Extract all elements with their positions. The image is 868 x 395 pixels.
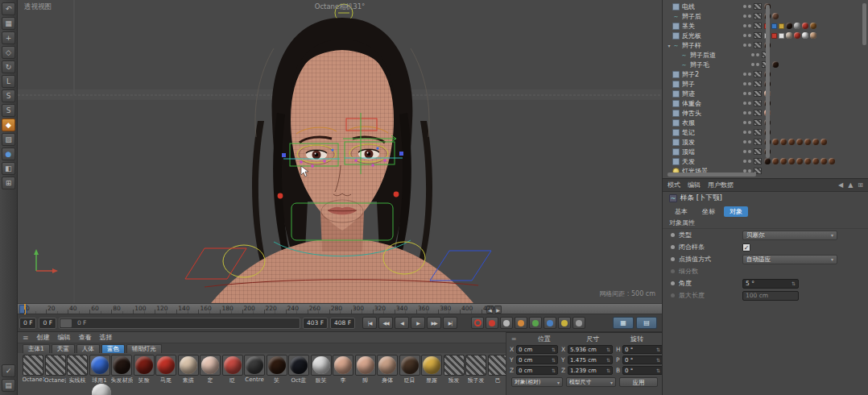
render-visibility-dot[interactable] bbox=[748, 92, 751, 95]
key-pla-toggle[interactable] bbox=[572, 317, 585, 329]
render-visibility-dot[interactable] bbox=[748, 15, 751, 18]
editor-visibility-dot[interactable] bbox=[743, 160, 746, 163]
render-view-button[interactable]: ▤ bbox=[636, 317, 657, 329]
frame-step-field[interactable]: 0 F bbox=[39, 318, 56, 329]
expand-icon[interactable]: ▾ bbox=[666, 43, 672, 48]
coord-value-box[interactable]: 1.239 cm⇅ bbox=[568, 366, 613, 375]
material-tab-3[interactable]: 蓝色 bbox=[101, 344, 125, 353]
spinner-icon[interactable]: ⇅ bbox=[552, 347, 556, 352]
attribute-header-icon-2[interactable]: ⊞ bbox=[858, 181, 863, 189]
range-start-field[interactable]: 403 F bbox=[303, 318, 328, 329]
material-thumb[interactable] bbox=[45, 355, 66, 376]
material-swatch[interactable] bbox=[788, 158, 795, 164]
material-swatch[interactable] bbox=[796, 139, 803, 145]
layer-chip[interactable] bbox=[754, 3, 762, 10]
rotate-tool-icon[interactable]: ↻ bbox=[2, 60, 15, 73]
render-visibility-dot[interactable] bbox=[748, 160, 751, 163]
active-brush-icon[interactable]: ◆ bbox=[2, 118, 15, 131]
timeline-ruler[interactable]: ◀ ▶ 020406080100120140160180200220240260… bbox=[18, 303, 662, 314]
record-button[interactable] bbox=[471, 317, 484, 329]
render-visibility-dot[interactable] bbox=[748, 131, 751, 134]
attribute-header-icon-1[interactable]: ▲ bbox=[848, 181, 853, 189]
layer-chip[interactable] bbox=[754, 42, 762, 48]
hand-tool-icon[interactable]: ✓ bbox=[2, 364, 15, 377]
coord-value-box[interactable]: 0 °⇅ bbox=[622, 345, 663, 354]
object-panel-hscrollbar[interactable] bbox=[668, 173, 756, 177]
editor-visibility-dot[interactable] bbox=[743, 34, 746, 37]
material-item[interactable]: 素描 bbox=[178, 355, 199, 385]
scale-tool-icon[interactable]: ◇ bbox=[2, 46, 15, 59]
material-item[interactable]: 显露 bbox=[421, 355, 442, 385]
material-swatch[interactable] bbox=[829, 158, 835, 164]
param-dropdown[interactable]: 自动适应▾ bbox=[742, 255, 837, 264]
layer-chip[interactable] bbox=[754, 100, 762, 106]
render-visibility-dot[interactable] bbox=[748, 73, 751, 76]
material-swatch[interactable] bbox=[820, 139, 827, 145]
layer-chip[interactable] bbox=[754, 23, 762, 29]
material-tab-4[interactable]: 辅助灯光 bbox=[126, 344, 162, 353]
spinner-icon[interactable]: ⇅ bbox=[656, 368, 660, 373]
param-input[interactable]: 5 °⇅ bbox=[742, 279, 799, 289]
range-end-field[interactable]: 408 F bbox=[330, 318, 355, 329]
material-thumb[interactable] bbox=[23, 355, 43, 376]
param-dropdown[interactable]: 贝塞尔▾ bbox=[742, 231, 837, 240]
editor-visibility-dot[interactable] bbox=[751, 63, 754, 66]
transform-mode-dropdown[interactable]: 对象(相对) ▾ bbox=[511, 377, 563, 387]
material-item[interactable]: 预发 bbox=[444, 355, 465, 385]
material-swatch[interactable] bbox=[786, 23, 792, 29]
material-thumb[interactable] bbox=[444, 355, 465, 376]
coordinate-tool-icon[interactable]: L bbox=[2, 75, 15, 88]
material-menu-1[interactable]: 编辑 bbox=[58, 333, 71, 342]
editor-visibility-dot[interactable] bbox=[743, 24, 746, 27]
render-visibility-dot[interactable] bbox=[748, 102, 751, 105]
goto-start-button[interactable]: |◀ bbox=[362, 317, 377, 329]
key-position-toggle[interactable] bbox=[515, 317, 527, 329]
material-swatch[interactable] bbox=[772, 61, 779, 68]
material-thumb[interactable] bbox=[399, 355, 420, 376]
material-thumb[interactable] bbox=[222, 355, 243, 376]
render-visibility-dot[interactable] bbox=[756, 53, 759, 56]
attribute-header-icon-0[interactable]: ◀ bbox=[838, 181, 843, 189]
current-frame-field[interactable]: 0 F bbox=[19, 318, 36, 329]
layer-chip[interactable] bbox=[754, 81, 762, 87]
material-item[interactable]: 马尾 bbox=[155, 355, 176, 385]
layer-chip[interactable] bbox=[754, 32, 762, 39]
material-item[interactable]: 眨目 bbox=[399, 355, 420, 385]
next-frame-button[interactable]: ▶▶ bbox=[427, 317, 441, 329]
material-thumb[interactable] bbox=[67, 355, 88, 376]
size-mode-dropdown[interactable]: 模型尺寸 ▾ bbox=[566, 377, 616, 387]
material-item[interactable]: 眼笑 bbox=[311, 355, 332, 385]
material-thumb[interactable] bbox=[311, 355, 332, 376]
material-item[interactable]: 球用1 bbox=[89, 355, 110, 385]
key-parameter-toggle[interactable] bbox=[558, 317, 571, 329]
coord-value-box[interactable]: 0 °⇅ bbox=[622, 366, 663, 375]
material-tab-0[interactable]: 主体1 bbox=[23, 344, 50, 353]
editor-visibility-dot[interactable] bbox=[743, 102, 746, 105]
prev-key-button[interactable]: ◀◀ bbox=[378, 317, 393, 329]
object-row[interactable]: 天发 bbox=[663, 156, 868, 166]
viewport-view-label[interactable]: 透视视图 bbox=[24, 2, 52, 12]
layer-chip[interactable] bbox=[754, 90, 762, 97]
material-thumb[interactable] bbox=[200, 355, 221, 376]
material-thumb[interactable] bbox=[333, 355, 353, 376]
material-thumb[interactable] bbox=[134, 355, 155, 376]
grid-snap-icon[interactable]: ⊞ bbox=[2, 177, 15, 189]
render-visibility-dot[interactable] bbox=[748, 5, 751, 8]
selection-tool-icon[interactable]: ▦ bbox=[2, 17, 15, 30]
render-visibility-dot[interactable] bbox=[748, 24, 751, 27]
move-tool-icon[interactable]: + bbox=[2, 31, 15, 44]
material-swatch[interactable] bbox=[804, 139, 811, 145]
spinner-icon[interactable]: ⇅ bbox=[552, 368, 556, 373]
material-swatch[interactable] bbox=[796, 158, 803, 164]
render-visibility-dot[interactable] bbox=[748, 150, 751, 153]
material-item[interactable]: 预子发 bbox=[465, 355, 486, 385]
material-thumb[interactable] bbox=[355, 355, 376, 376]
render-visibility-dot[interactable] bbox=[748, 44, 751, 47]
sphere-mode-icon[interactable]: ● bbox=[2, 148, 15, 160]
material-item[interactable]: 笑 bbox=[267, 355, 287, 385]
layer-chip[interactable] bbox=[754, 13, 762, 19]
key-scale-toggle[interactable] bbox=[529, 317, 542, 329]
coord-value-box[interactable]: 0 °⇅ bbox=[622, 356, 663, 364]
material-thumb[interactable] bbox=[244, 355, 265, 376]
material-item[interactable]: Octane蓝 bbox=[45, 355, 66, 385]
